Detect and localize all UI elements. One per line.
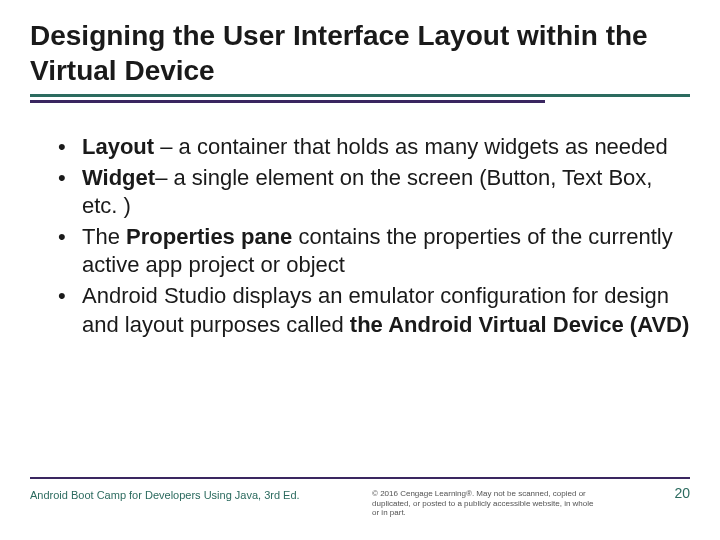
footer: Android Boot Camp for Developers Using J… bbox=[30, 477, 690, 518]
footer-copyright: © 2016 Cengage Learning®. May not be sca… bbox=[372, 489, 602, 518]
body-content: Layout – a container that holds as many … bbox=[30, 133, 690, 339]
footer-source: Android Boot Camp for Developers Using J… bbox=[30, 489, 300, 501]
title-underline-purple bbox=[30, 100, 545, 103]
pre: The bbox=[82, 224, 126, 249]
rest: a container that holds as many widgets a… bbox=[179, 134, 668, 159]
bullet-item: Android Studio displays an emulator conf… bbox=[58, 282, 690, 339]
term: Widget bbox=[82, 165, 155, 190]
term: the Android Virtual Device (AVD) bbox=[350, 312, 689, 337]
sep: – bbox=[155, 165, 173, 190]
slide-title: Designing the User Interface Layout with… bbox=[30, 18, 690, 92]
term: Layout bbox=[82, 134, 154, 159]
bullet-item: Widget– a single element on the screen (… bbox=[58, 164, 690, 221]
bullet-item: Layout – a container that holds as many … bbox=[58, 133, 690, 162]
footer-row: Android Boot Camp for Developers Using J… bbox=[30, 489, 690, 518]
bullet-list: Layout – a container that holds as many … bbox=[58, 133, 690, 339]
page-number: 20 bbox=[674, 485, 690, 501]
bullet-item: The Properties pane contains the propert… bbox=[58, 223, 690, 280]
sep: – bbox=[154, 134, 178, 159]
title-underline-teal bbox=[30, 94, 690, 97]
footer-rule bbox=[30, 477, 690, 479]
slide: Designing the User Interface Layout with… bbox=[0, 0, 720, 540]
term: Properties pane bbox=[126, 224, 292, 249]
